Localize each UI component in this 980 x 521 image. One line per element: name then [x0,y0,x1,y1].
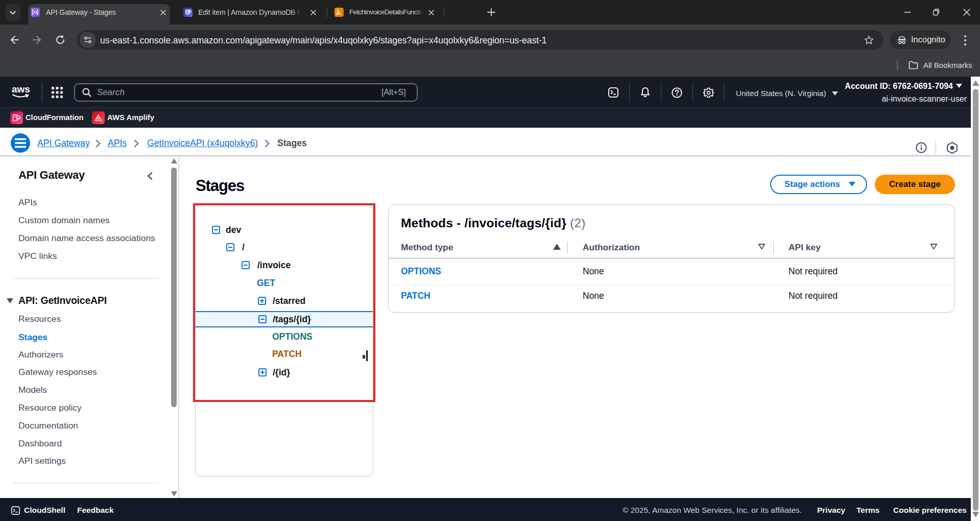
svg-text:aws: aws [12,84,30,94]
